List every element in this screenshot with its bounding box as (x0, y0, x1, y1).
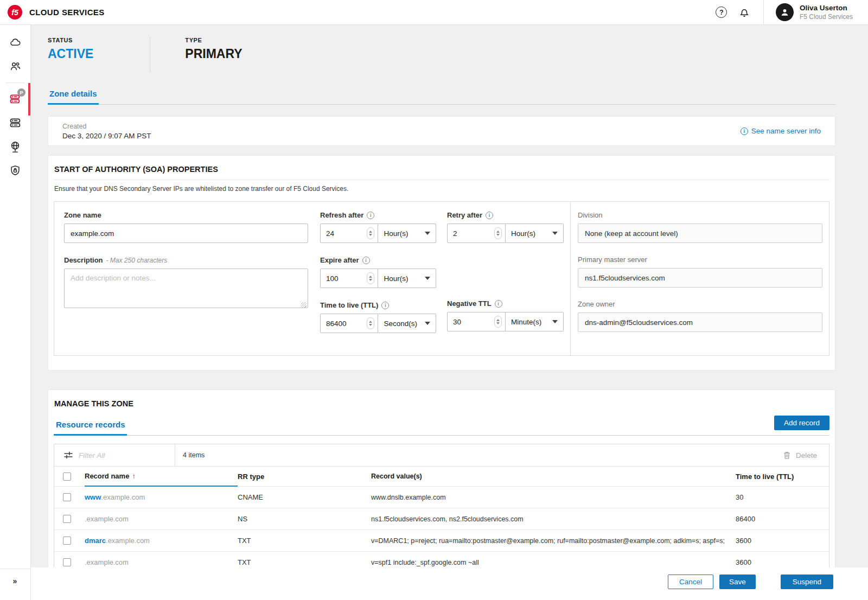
table-row: .example.com NS ns1.f5cloudservices.com,… (54, 508, 829, 529)
tab-zone-details[interactable]: Zone details (48, 89, 99, 105)
refresh-after-unit-select[interactable]: Hour(s) (378, 224, 436, 243)
primary-master-field: ns1.f5cloudservices.com (578, 268, 822, 288)
user-menu[interactable]: Oliva Userton F5 Cloud Services (764, 3, 868, 21)
brand: f5 CLOUD SERVICES (0, 5, 105, 20)
sidebar-item-security[interactable] (0, 159, 30, 183)
header-record-name: Record name (85, 467, 129, 486)
soa-card: START OF AUTHORITY (SOA) PROPERTIES Ensu… (48, 155, 835, 371)
row-checkbox[interactable] (63, 493, 71, 501)
rr-type: TXT (238, 537, 371, 545)
stepper-icon[interactable] (367, 317, 374, 329)
status-type-divider (150, 37, 150, 72)
select-all-checkbox[interactable] (63, 473, 71, 481)
footer-action-bar: Cancel Save Suspend (31, 567, 868, 600)
status-value: ACTIVE (48, 47, 93, 61)
delete-button[interactable]: Delete (782, 450, 829, 460)
header-ttl: Time to live (TTL) (736, 473, 829, 481)
header-rr-type: RR type (238, 473, 371, 481)
table-row: dmarc.example.com TXT v=DMARC1; p=reject… (54, 529, 829, 551)
zone-name-input[interactable] (64, 224, 308, 243)
server-icon (9, 117, 22, 130)
resource-records-table: 4 items Delete Record name ↑ RR type (54, 444, 829, 573)
expand-chevrons-icon: » (13, 577, 18, 585)
tab-resource-records[interactable]: Resource records (54, 420, 127, 436)
division-field: None (keep at account level) (578, 224, 822, 243)
stepper-icon[interactable] (494, 316, 502, 328)
negative-ttl-label: Negative TTL (447, 299, 492, 308)
sidebar-item-users[interactable] (0, 54, 30, 78)
resize-handle-icon[interactable] (301, 302, 307, 308)
avatar-icon (776, 3, 794, 21)
bell-icon (738, 7, 750, 18)
stepper-icon[interactable] (367, 272, 374, 284)
status-header: STATUS ACTIVE TYPE PRIMARY (48, 25, 835, 76)
items-count: 4 items (175, 451, 782, 459)
help-button[interactable]: ? (712, 3, 731, 22)
expire-after-unit-select[interactable]: Hour(s) (378, 269, 436, 288)
row-checkbox[interactable] (63, 537, 71, 545)
ttl-label: Time to live (TTL) (320, 301, 378, 309)
manage-zone-card: MANAGE THIS ZONE Resource records Add re… (48, 390, 835, 582)
info-icon[interactable]: i (495, 300, 502, 308)
ttl-unit-select[interactable]: Second(s) (378, 314, 436, 333)
ttl-input[interactable]: 86400 (320, 314, 378, 333)
stepper-icon[interactable] (367, 227, 374, 239)
expire-after-input[interactable]: 100 (320, 269, 378, 288)
description-label: Description (64, 256, 103, 264)
retry-after-unit-select[interactable]: Hour(s) (506, 224, 564, 243)
row-checkbox[interactable] (63, 558, 71, 566)
globe-icon (9, 141, 22, 154)
sidebar-expand-button[interactable]: » (0, 569, 30, 600)
manage-zone-title: MANAGE THIS ZONE (54, 399, 829, 408)
stepper-icon[interactable] (494, 227, 502, 239)
negative-ttl-unit-select[interactable]: Minute(s) (506, 312, 564, 331)
brand-title: CLOUD SERVICES (29, 8, 105, 17)
type-value: PRIMARY (185, 47, 242, 61)
description-textarea[interactable] (64, 269, 308, 308)
info-icon[interactable]: i (367, 212, 374, 219)
sidebar: P » (0, 25, 31, 600)
created-value: Dec 3, 2020 / 9:07 AM PST (62, 132, 151, 140)
f5-logo-icon[interactable]: f5 (8, 5, 22, 20)
table-row: www.example.com CNAME www.dnslb.example.… (54, 486, 829, 508)
suspend-button[interactable]: Suspend (781, 575, 833, 589)
record-name-link[interactable]: dmarc (85, 537, 106, 545)
filter-icon (63, 450, 73, 460)
add-record-button[interactable]: Add record (774, 416, 829, 430)
record-ttl: 3600 (736, 558, 829, 566)
sort-ascending-icon[interactable]: ↑ (132, 467, 136, 486)
users-icon (9, 60, 22, 73)
info-icon[interactable]: i (381, 302, 389, 309)
sidebar-item-global-network[interactable] (0, 135, 30, 159)
rr-type: TXT (238, 558, 371, 566)
info-icon[interactable]: i (486, 212, 493, 219)
sidebar-item-servers[interactable] (0, 111, 30, 135)
active-indicator (28, 83, 30, 116)
chevron-down-icon (552, 232, 558, 235)
row-checkbox[interactable] (63, 515, 71, 523)
soa-title: START OF AUTHORITY (SOA) PROPERTIES (54, 165, 829, 180)
shield-lock-icon (9, 164, 22, 177)
record-value: v=spf1 include:_spf.google.com ~all (371, 559, 736, 566)
record-name-link[interactable]: www (85, 493, 101, 501)
info-icon[interactable]: i (362, 257, 370, 264)
retry-after-input[interactable]: 2 (447, 224, 506, 243)
zone-owner-label: Zone owner (578, 300, 822, 308)
refresh-after-label: Refresh after (320, 211, 363, 219)
rr-type: NS (238, 515, 371, 523)
zone-name-label: Zone name (64, 211, 101, 219)
sidebar-item-dns-records-active[interactable]: P (0, 87, 30, 111)
refresh-after-input[interactable]: 24 (320, 224, 378, 243)
sidebar-item-cloud[interactable] (0, 30, 30, 54)
retry-after-label: Retry after (447, 211, 482, 219)
cancel-button[interactable]: Cancel (668, 575, 713, 589)
save-button[interactable]: Save (719, 575, 756, 589)
filter-input[interactable] (79, 451, 160, 459)
expire-after-label: Expire after (320, 256, 359, 264)
cloud-icon (9, 36, 22, 49)
primary-master-label: Primary master server (578, 256, 822, 264)
record-ttl: 3600 (736, 537, 829, 545)
negative-ttl-input[interactable]: 30 (447, 312, 506, 331)
name-server-info-link[interactable]: i See name server info (741, 127, 821, 135)
notifications-button[interactable] (735, 3, 754, 22)
